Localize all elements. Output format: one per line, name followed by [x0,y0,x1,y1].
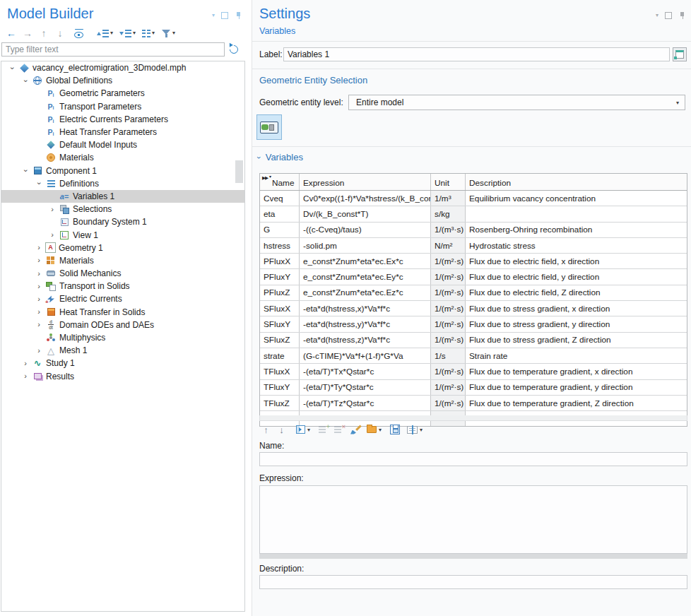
panel-menu-icon[interactable]: ▾ [212,13,215,18]
tree-item-mesh-1[interactable]: › △ Mesh 1 [1,344,244,357]
expand-tree-button[interactable]: ▾ [97,30,113,37]
collapse-arrow-icon[interactable]: › [47,206,57,213]
name-input[interactable] [259,452,687,466]
collapse-arrow-icon[interactable]: › [34,308,44,316]
tree-item-study-1[interactable]: › ∿ Study 1 [1,357,244,369]
tree-item-electric-currents-parameters[interactable]: Pi Electric Currents Parameters [1,113,244,126]
table-row[interactable]: TFluxZ -(eta/T)*Tz*Qstar*c 1/(m²·s) Flux… [260,396,687,411]
dropdown-caret-icon[interactable]: ▾ [420,427,423,433]
pin-icon[interactable] [235,11,242,20]
pin-icon[interactable] [678,11,685,20]
tree-item-multiphysics[interactable]: Multiphysics [1,331,244,344]
tree-item-materials[interactable]: › Materials [1,254,244,267]
panel-menu-icon[interactable]: ▾ [656,13,658,18]
collapse-arrow-icon[interactable]: › [34,321,44,328]
table-row[interactable]: hstress -solid.pm N/m² Hydrostatic stres… [260,238,687,254]
table-row[interactable]: TFluxX -(eta/T)*Tx*Qstar*c 1/(m²·s) Flux… [260,364,687,379]
tree-item-global-materials[interactable]: Materials [1,151,244,164]
collapse-arrow-icon[interactable]: › [34,295,44,303]
float-window-icon[interactable] [665,12,672,19]
table-row[interactable]: PFluxZ e_const*Znum*eta*ec.Ez*c 1/(m²·s)… [260,285,687,301]
table-row[interactable]: Cveq Cv0*exp((1-f)*Va*hstress/(k_B_const… [260,191,687,206]
table-horizontal-scrollbar[interactable] [259,415,687,421]
back-button[interactable]: ← [6,27,17,40]
collapse-arrow-icon[interactable]: › [34,283,44,290]
save-to-file-button[interactable] [390,425,400,434]
move-up-button[interactable]: ↑ [38,27,49,40]
active-toggle-button[interactable] [256,114,282,140]
tree-item-component-1[interactable]: › Component 1 [1,165,244,177]
section-collapse-icon[interactable]: › [255,156,264,159]
dropdown-caret-icon[interactable]: ▾ [110,30,113,36]
expand-arrow-icon[interactable]: › [8,63,16,73]
expand-arrow-icon[interactable]: › [35,179,43,189]
collapse-tree-button[interactable]: ▾ [119,30,136,37]
filter-button[interactable]: ▾ [161,29,175,38]
header-unit[interactable]: Unit [431,174,466,190]
header-name[interactable]: ▶▶ ▾ Name [260,174,300,190]
rename-button[interactable] [673,47,687,61]
tree-item-geometric-parameters[interactable]: Pi Geometric Parameters [1,87,244,100]
dropdown-caret-icon[interactable]: ▾ [152,30,155,36]
tree-item-global-definitions[interactable]: › Global Definitions [1,74,244,87]
expand-arrow-icon[interactable]: › [22,166,30,176]
show-hide-icon[interactable] [73,29,85,38]
expand-arrow-icon[interactable]: › [22,76,30,85]
filter-input[interactable] [1,42,225,57]
move-down-button[interactable]: ↓ [54,27,66,40]
expression-resize-handle[interactable] [259,554,687,559]
tree-item-heat-transfer-in-solids[interactable]: › Heat Transfer in Solids [1,306,244,319]
forward-button[interactable]: → [22,27,33,40]
tree-item-variables-1[interactable]: a= Variables 1 [1,190,244,203]
tree-scrollbar-thumb[interactable] [235,160,243,183]
load-from-file-button[interactable] [367,426,377,433]
move-row-down-button[interactable]: ↓ [276,423,287,436]
dropdown-caret-icon[interactable]: ▾ [133,30,136,36]
tree-item-model-file[interactable]: › vacancy_electromigration_3Dmodel.mph [1,61,244,74]
table-row[interactable]: PFluxY e_const*Znum*eta*ec.Ey*c 1/(m²·s)… [260,269,687,285]
tree-item-transport-parameters[interactable]: Pi Transport Parameters [1,100,244,113]
tree-item-solid-mechanics[interactable]: › Solid Mechanics [1,267,244,280]
tree-item-selections[interactable]: › Selections [1,203,244,215]
move-rows-icon[interactable]: ▶▶ ▾ [262,174,271,181]
table-row[interactable]: G -((c-Cveq)/taus) 1/(m³·s) Rosenberg-Oh… [260,223,687,238]
tree-item-heat-transfer-parameters[interactable]: Pi Heat Transfer Parameters [1,126,244,138]
table-row[interactable]: eta Dv/(k_B_const*T) s/kg [260,206,687,222]
float-window-icon[interactable] [221,12,228,19]
label-input[interactable] [283,47,670,61]
geometric-entity-level-dropdown[interactable]: Entire model ▾ [348,95,685,110]
collapse-arrow-icon[interactable]: › [20,372,30,380]
variables-section-header[interactable]: › Variables [258,152,303,162]
model-tree-nodes-button[interactable]: ▾ [142,30,155,37]
tree-item-default-model-inputs[interactable]: Default Model Inputs [1,138,244,151]
table-row[interactable]: SFluxZ -eta*d(hstress,z)*Va*f*c 1/(m²·s)… [260,333,687,348]
table-row[interactable]: TFluxY -(eta/T)*Ty*Qstar*c 1/(m²·s) Flux… [260,380,687,396]
move-to-table-button[interactable] [296,425,305,434]
table-row[interactable]: PFluxX e_const*Znum*eta*ec.Ex*c 1/(m²·s)… [260,254,687,269]
tree-item-domain-odes[interactable]: › ddt Domain ODEs and DAEs [1,319,244,331]
table-row[interactable]: strate (G-cTIME)*Va*f+(1-f)*G*Va 1/s Str… [260,348,687,364]
tree-item-boundary-system-1[interactable]: Boundary System 1 [1,215,244,228]
tree-item-view-1[interactable]: › View 1 [1,228,244,241]
move-row-up-button[interactable]: ↑ [261,423,271,436]
collapse-arrow-icon[interactable]: › [34,244,44,251]
tree-item-definitions[interactable]: › Definitions [1,177,244,190]
tree-item-transport-in-solids[interactable]: › Transport in Solids [1,280,244,292]
table-row[interactable]: SFluxX -eta*d(hstress,x)*Va*f*c 1/(m²·s)… [260,301,687,316]
table-row[interactable]: SFluxY -eta*d(hstress,y)*Va*f*c 1/(m²·s)… [260,316,687,332]
collapse-arrow-icon[interactable]: › [47,231,57,239]
expression-input[interactable] [259,485,687,554]
tree-item-geometry-1[interactable]: › A Geometry 1 [1,242,244,254]
dropdown-caret-icon[interactable]: ▾ [307,427,310,433]
collapse-arrow-icon[interactable]: › [20,360,30,367]
clear-table-button[interactable] [350,425,360,435]
collapse-arrow-icon[interactable]: › [34,270,44,278]
tree-item-electric-currents[interactable]: › + Electric Currents [1,292,244,305]
dropdown-caret-icon[interactable]: ▾ [172,30,175,36]
header-expression[interactable]: Expression [300,174,431,190]
collapse-arrow-icon[interactable]: › [34,347,44,355]
dropdown-caret-icon[interactable]: ▾ [379,427,382,433]
header-description[interactable]: Description [466,174,687,190]
tree-item-results[interactable]: › Results [1,370,244,383]
description-input[interactable] [259,575,687,589]
